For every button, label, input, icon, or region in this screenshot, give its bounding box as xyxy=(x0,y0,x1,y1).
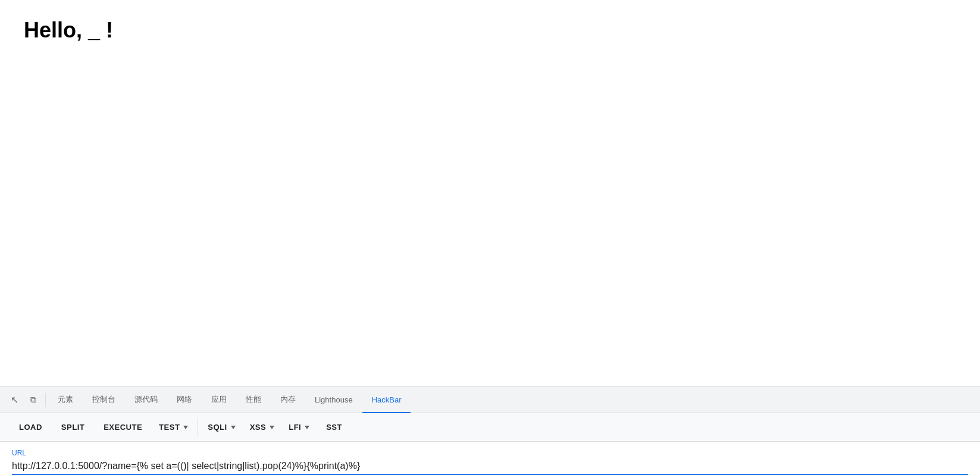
tab-memory[interactable]: 内存 xyxy=(271,387,305,413)
inspect-icon: ⧉ xyxy=(30,395,36,405)
url-label: URL xyxy=(12,449,968,457)
lfi-arrow-icon xyxy=(305,426,309,429)
cursor-icon-btn[interactable]: ↖ xyxy=(5,391,24,410)
hackbar-url-section: URL xyxy=(0,442,980,475)
sqli-button[interactable]: SQLI xyxy=(201,418,242,436)
cursor-icon: ↖ xyxy=(11,394,18,405)
page-heading: Hello, _ ! xyxy=(24,18,956,43)
tab-sources[interactable]: 源代码 xyxy=(125,387,167,413)
tab-performance[interactable]: 性能 xyxy=(236,387,271,413)
tab-lighthouse[interactable]: Lighthouse xyxy=(305,387,362,413)
tab-application[interactable]: 应用 xyxy=(202,387,236,413)
tab-hackbar[interactable]: HackBar xyxy=(362,387,411,413)
sqli-arrow-icon xyxy=(231,426,236,429)
tab-console[interactable]: 控制台 xyxy=(83,387,125,413)
tab-elements[interactable]: 元素 xyxy=(48,387,83,413)
hackbar-divider xyxy=(198,418,198,437)
execute-button[interactable]: EXECUTE xyxy=(94,418,152,436)
inspect-icon-btn[interactable]: ⧉ xyxy=(24,391,43,410)
test-button[interactable]: TEST xyxy=(152,418,195,436)
tab-bar-divider xyxy=(45,393,46,407)
url-input[interactable] xyxy=(12,460,968,475)
xss-button[interactable]: XSS xyxy=(243,418,282,436)
xss-arrow-icon xyxy=(270,426,274,429)
tab-network[interactable]: 网络 xyxy=(167,387,202,413)
devtools-tab-bar: ↖ ⧉ 元素 控制台 源代码 网络 应用 性能 内存 Lighthouse xyxy=(0,387,980,413)
split-button[interactable]: SPLIT xyxy=(52,418,94,436)
hackbar-toolbar: LOAD SPLIT EXECUTE TEST SQLI XSS LFI SST xyxy=(0,413,980,442)
load-button[interactable]: LOAD xyxy=(10,418,52,436)
devtools-panel: ↖ ⧉ 元素 控制台 源代码 网络 应用 性能 内存 Lighthouse xyxy=(0,386,980,475)
sst-button[interactable]: SST xyxy=(317,418,352,436)
lfi-button[interactable]: LFI xyxy=(281,418,317,436)
test-arrow-icon xyxy=(183,426,188,429)
main-content: Hello, _ ! xyxy=(0,0,980,386)
